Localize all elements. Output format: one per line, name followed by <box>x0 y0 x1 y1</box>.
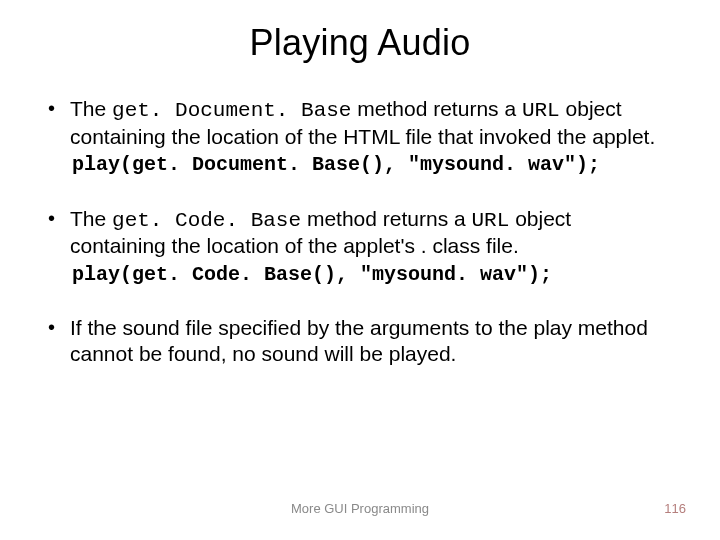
bullet-item: If the sound file specified by the argum… <box>48 315 672 366</box>
text: method returns a <box>351 97 521 120</box>
inline-code: get. Code. Base <box>112 209 301 232</box>
bullet-item: The get. Code. Base method returns a URL… <box>48 206 672 288</box>
slide-body: The get. Document. Base method returns a… <box>0 74 720 366</box>
code-line: play(get. Document. Base(), "mysound. wa… <box>72 153 672 177</box>
code-line: play(get. Code. Base(), "mysound. wav"); <box>72 263 672 287</box>
text: The <box>70 207 112 230</box>
text: method returns a <box>301 207 471 230</box>
footer-page-number: 116 <box>664 501 686 516</box>
text: The <box>70 97 112 120</box>
slide: Playing Audio The get. Document. Base me… <box>0 0 720 540</box>
text: If the sound file specified by the argum… <box>70 316 648 365</box>
footer-center: More GUI Programming <box>0 501 720 516</box>
bullet-item: The get. Document. Base method returns a… <box>48 96 672 178</box>
inline-code: URL <box>522 99 560 122</box>
inline-code: URL <box>471 209 509 232</box>
bullet-list: The get. Document. Base method returns a… <box>48 96 672 366</box>
inline-code: get. Document. Base <box>112 99 351 122</box>
slide-title: Playing Audio <box>0 0 720 74</box>
